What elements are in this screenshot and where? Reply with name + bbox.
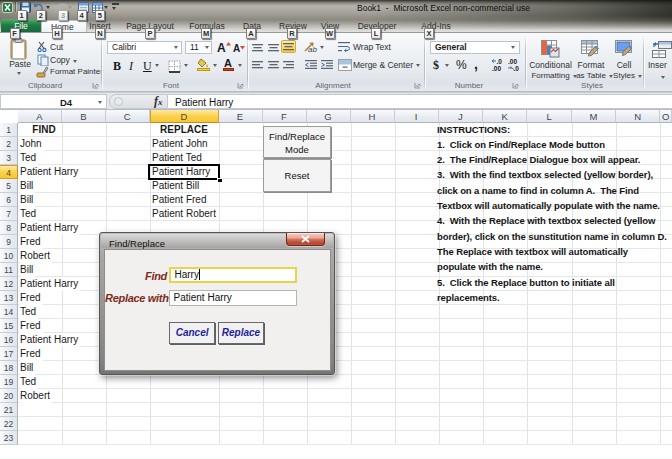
svg-text:.00: .00	[492, 65, 501, 71]
svg-text:ab: ab	[308, 45, 317, 53]
svg-text:.0: .0	[497, 58, 503, 65]
